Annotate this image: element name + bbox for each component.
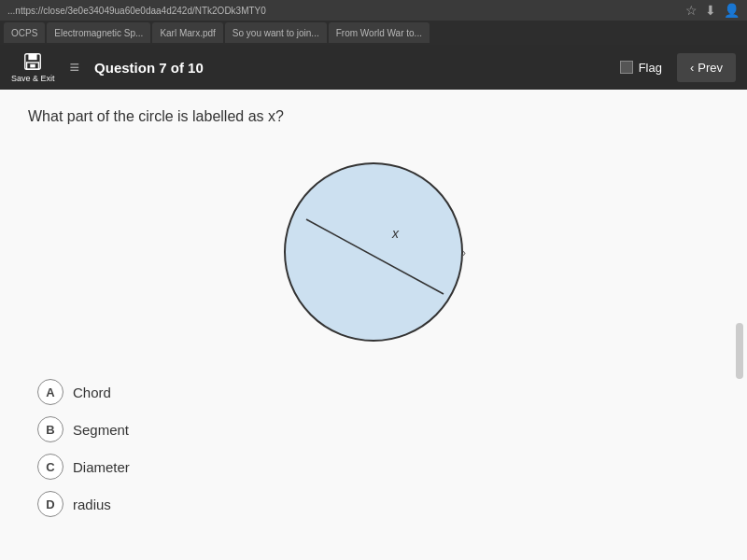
tab-ocps-label: OCPS <box>11 28 37 38</box>
svg-text:›: › <box>462 246 466 259</box>
option-a-bubble: A <box>37 379 63 405</box>
save-exit-button[interactable]: Save & Exit <box>11 51 55 83</box>
circle-diagram: x › <box>271 149 476 355</box>
option-c-text: Diameter <box>73 459 130 475</box>
tab-karlmarx[interactable]: Karl Marx.pdf <box>152 22 222 43</box>
tab-karlmarx-label: Karl Marx.pdf <box>160 28 215 38</box>
app-container: Save & Exit ≡ Question 7 of 10 Flag ‹ Pr… <box>0 45 747 560</box>
tab-ocps[interactable]: OCPS <box>4 22 45 43</box>
save-icon <box>22 51 43 72</box>
prev-button[interactable]: ‹ Prev <box>677 53 736 82</box>
flag-label: Flag <box>639 61 662 75</box>
tab-electromagnetic-label: Electromagnetic Sp... <box>54 28 143 38</box>
download-icon[interactable]: ⬇ <box>705 3 716 18</box>
tab-bar: OCPS Electromagnetic Sp... Karl Marx.pdf… <box>0 21 747 45</box>
url-bar: ...nttps://close/3e0e34049ua60e0daa4d242… <box>7 6 266 16</box>
tab-join-label: So you want to join... <box>233 28 319 38</box>
diagram-area: x › <box>28 140 719 364</box>
option-b-text: Segment <box>73 422 129 438</box>
flag-checkbox[interactable] <box>620 61 633 74</box>
toolbar: Save & Exit ≡ Question 7 of 10 Flag ‹ Pr… <box>0 45 747 90</box>
option-d[interactable]: D radius <box>37 491 710 517</box>
svg-rect-1 <box>29 54 37 60</box>
option-b[interactable]: B Segment <box>37 416 710 442</box>
question-counter: Question 7 of 10 <box>94 60 605 76</box>
option-a-text: Chord <box>73 385 111 400</box>
tab-join[interactable]: So you want to join... <box>225 22 327 43</box>
question-text: What part of the circle is labelled as x… <box>28 108 719 125</box>
x-label: x <box>391 226 400 241</box>
option-c-bubble: C <box>37 454 63 480</box>
option-d-bubble: D <box>37 491 63 517</box>
tab-worldwar-label: From World War to... <box>336 28 422 38</box>
prev-chevron-icon: ‹ <box>690 61 694 75</box>
star-icon[interactable]: ☆ <box>685 3 698 18</box>
profile-icon[interactable]: 👤 <box>724 3 740 18</box>
option-c[interactable]: C Diameter <box>37 454 710 480</box>
browser-bar: ...nttps://close/3e0e34049ua60e0daa4d242… <box>0 0 747 21</box>
option-d-text: radius <box>73 497 111 512</box>
option-a[interactable]: A Chord <box>37 379 710 405</box>
flag-button[interactable]: Flag <box>620 61 662 75</box>
scroll-indicator[interactable] <box>736 323 743 379</box>
hamburger-icon[interactable]: ≡ <box>70 58 80 77</box>
options-list: A Chord B Segment C Diameter D radius <box>28 379 719 517</box>
option-b-bubble: B <box>37 416 63 442</box>
save-exit-label: Save & Exit <box>11 74 55 83</box>
svg-point-4 <box>285 163 462 341</box>
main-content: What part of the circle is labelled as x… <box>0 90 747 560</box>
tab-electromagnetic[interactable]: Electromagnetic Sp... <box>47 22 150 43</box>
svg-rect-3 <box>31 64 36 68</box>
tab-worldwar[interactable]: From World War to... <box>329 22 430 43</box>
prev-label: Prev <box>698 61 723 75</box>
